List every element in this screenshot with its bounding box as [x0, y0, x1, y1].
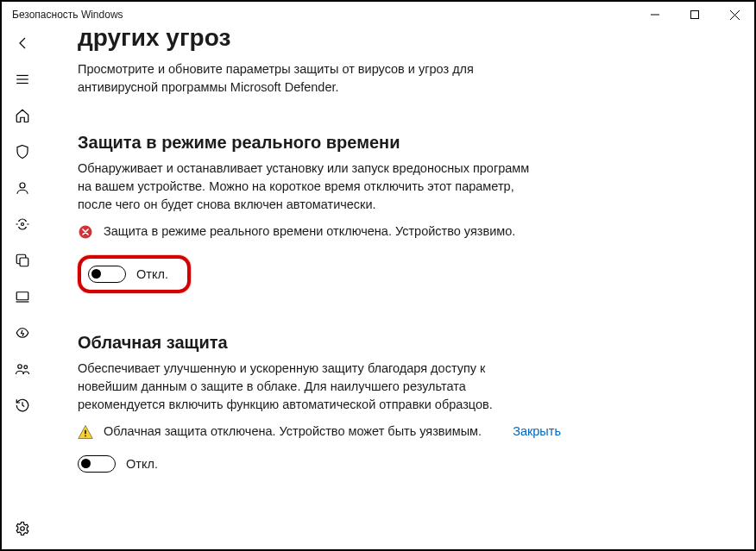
cloud-warning-text: Облачная защита отключена. Устройство мо…	[104, 423, 485, 441]
family-icon[interactable]	[2, 359, 43, 379]
svg-rect-1	[691, 11, 699, 19]
svg-rect-11	[16, 292, 28, 300]
home-icon[interactable]	[2, 105, 43, 126]
svg-rect-18	[85, 435, 86, 437]
section-cloud-heading: Облачная защита	[78, 333, 613, 353]
titlebar: Безопасность Windows	[2, 2, 754, 28]
error-icon	[78, 224, 93, 245]
page-title: других угроз	[78, 28, 720, 52]
section-realtime-heading: Защита в режиме реального времени	[78, 133, 613, 153]
main-content: других угроз Просмотрите и обновите пара…	[43, 28, 754, 549]
section-realtime-description: Обнаруживает и останавливает установку и…	[78, 160, 544, 214]
svg-point-13	[18, 365, 22, 369]
svg-rect-17	[85, 430, 86, 435]
performance-icon[interactable]	[2, 322, 43, 343]
realtime-warning: Защита в режиме реального времени отключ…	[78, 222, 561, 245]
cloud-toggle[interactable]	[78, 455, 116, 473]
realtime-toggle-highlight: Откл.	[78, 255, 191, 293]
back-icon[interactable]	[2, 33, 43, 53]
page-description: Просмотрите и обновите параметры защиты …	[78, 60, 544, 97]
maximize-button[interactable]	[675, 2, 715, 28]
window-controls	[635, 2, 754, 28]
section-realtime: Защита в режиме реального времени Обнару…	[78, 133, 613, 293]
minimize-button[interactable]	[635, 2, 675, 28]
realtime-toggle[interactable]	[88, 266, 126, 283]
appbrowser-icon[interactable]	[2, 250, 43, 271]
cloud-warning: Облачная защита отключена. Устройство мо…	[78, 423, 561, 445]
svg-rect-10	[20, 258, 28, 266]
svg-point-14	[24, 366, 28, 369]
svg-point-15	[21, 527, 25, 531]
shield-icon[interactable]	[2, 141, 43, 162]
history-icon[interactable]	[2, 395, 43, 416]
warning-icon	[78, 424, 93, 445]
close-button[interactable]	[715, 2, 754, 28]
svg-point-8	[22, 223, 24, 226]
section-cloud: Облачная защита Обеспечивает улучшенную …	[78, 333, 613, 473]
realtime-warning-text: Защита в режиме реального времени отключ…	[104, 222, 561, 241]
cloud-toggle-label: Откл.	[126, 457, 158, 471]
section-cloud-description: Обеспечивает улучшенную и ускоренную защ…	[78, 360, 544, 414]
sidebar	[2, 28, 43, 549]
svg-point-7	[20, 183, 25, 188]
cloud-dismiss-link[interactable]: Закрыть	[513, 423, 561, 441]
window-title: Безопасность Windows	[12, 9, 123, 21]
firewall-icon[interactable]	[2, 214, 43, 235]
device-icon[interactable]	[2, 286, 43, 307]
menu-icon[interactable]	[2, 69, 43, 90]
account-icon[interactable]	[2, 178, 43, 198]
settings-icon[interactable]	[2, 518, 43, 539]
realtime-toggle-label: Откл.	[136, 267, 168, 281]
